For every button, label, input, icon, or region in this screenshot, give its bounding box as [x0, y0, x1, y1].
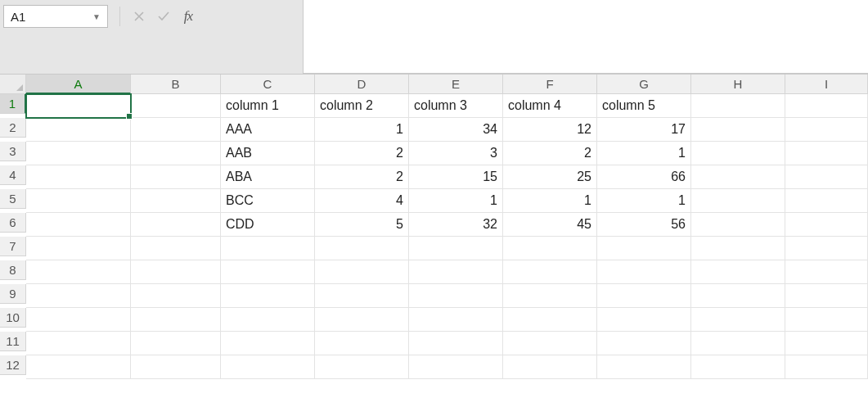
cell-B1[interactable]: [131, 94, 221, 118]
cell-H10[interactable]: [691, 308, 785, 332]
row-header-7[interactable]: 7: [0, 237, 26, 256]
row-header-9[interactable]: 9: [0, 284, 26, 304]
cell-A3[interactable]: [26, 142, 131, 165]
cell-B3[interactable]: [131, 142, 221, 165]
cell-F8[interactable]: [503, 260, 597, 284]
cell-E5[interactable]: 1: [409, 189, 503, 213]
cell-F10[interactable]: [503, 308, 597, 332]
cell-B2[interactable]: [131, 118, 221, 142]
column-header-B[interactable]: B: [131, 75, 221, 94]
cell-G10[interactable]: [597, 308, 691, 332]
cell-F1[interactable]: column 4: [503, 94, 597, 118]
cell-D4[interactable]: 2: [315, 165, 409, 189]
cell-I12[interactable]: [785, 355, 868, 379]
row-header-1[interactable]: 1: [0, 94, 26, 114]
cell-D5[interactable]: 4: [315, 189, 409, 213]
cell-E10[interactable]: [409, 308, 503, 332]
cell-A10[interactable]: [26, 308, 131, 332]
cell-F5[interactable]: 1: [503, 189, 597, 213]
cell-G5[interactable]: 1: [597, 189, 691, 213]
cell-I7[interactable]: [785, 237, 868, 260]
cell-B8[interactable]: [131, 260, 221, 284]
cell-D10[interactable]: [315, 308, 409, 332]
column-header-C[interactable]: C: [221, 75, 315, 94]
cell-D6[interactable]: 5: [315, 213, 409, 237]
spreadsheet-grid[interactable]: ABCDEFGHI1column 1column 2column 3column…: [0, 75, 868, 379]
row-header-12[interactable]: 12: [0, 355, 26, 375]
formula-input[interactable]: [303, 0, 868, 74]
column-header-D[interactable]: D: [315, 75, 409, 94]
cell-B12[interactable]: [131, 355, 221, 379]
cell-C1[interactable]: column 1: [221, 94, 315, 118]
cell-E1[interactable]: column 3: [409, 94, 503, 118]
cell-D3[interactable]: 2: [315, 142, 409, 165]
cell-B6[interactable]: [131, 213, 221, 237]
cell-I9[interactable]: [785, 284, 868, 308]
fx-icon[interactable]: fx: [176, 5, 200, 28]
row-header-10[interactable]: 10: [0, 308, 26, 328]
cell-C7[interactable]: [221, 237, 315, 260]
cell-I5[interactable]: [785, 189, 868, 213]
cell-H8[interactable]: [691, 260, 785, 284]
cell-H5[interactable]: [691, 189, 785, 213]
cell-H9[interactable]: [691, 284, 785, 308]
row-header-8[interactable]: 8: [0, 260, 26, 280]
cell-G2[interactable]: 17: [597, 118, 691, 142]
cell-F4[interactable]: 25: [503, 165, 597, 189]
cell-I4[interactable]: [785, 165, 868, 189]
column-header-H[interactable]: H: [691, 75, 785, 94]
cell-C11[interactable]: [221, 332, 315, 355]
cell-E12[interactable]: [409, 355, 503, 379]
column-header-I[interactable]: I: [785, 75, 868, 94]
cell-D11[interactable]: [315, 332, 409, 355]
cell-G9[interactable]: [597, 284, 691, 308]
cell-H2[interactable]: [691, 118, 785, 142]
cell-A7[interactable]: [26, 237, 131, 260]
cell-B11[interactable]: [131, 332, 221, 355]
cell-A12[interactable]: [26, 355, 131, 379]
cell-B9[interactable]: [131, 284, 221, 308]
cell-C12[interactable]: [221, 355, 315, 379]
cell-E6[interactable]: 32: [409, 213, 503, 237]
cell-A4[interactable]: [26, 165, 131, 189]
cell-D2[interactable]: 1: [315, 118, 409, 142]
cell-G7[interactable]: [597, 237, 691, 260]
cell-A6[interactable]: [26, 213, 131, 237]
cell-D7[interactable]: [315, 237, 409, 260]
cell-G3[interactable]: 1: [597, 142, 691, 165]
column-header-A[interactable]: A: [26, 75, 131, 94]
row-header-5[interactable]: 5: [0, 189, 26, 209]
cell-E7[interactable]: [409, 237, 503, 260]
cell-I6[interactable]: [785, 213, 868, 237]
cell-F6[interactable]: 45: [503, 213, 597, 237]
column-header-G[interactable]: G: [597, 75, 691, 94]
cell-A1[interactable]: [26, 94, 131, 118]
cell-I1[interactable]: [785, 94, 868, 118]
cell-A2[interactable]: [26, 118, 131, 142]
cell-A9[interactable]: [26, 284, 131, 308]
cell-I11[interactable]: [785, 332, 868, 355]
cell-B5[interactable]: [131, 189, 221, 213]
cell-E3[interactable]: 3: [409, 142, 503, 165]
cell-H7[interactable]: [691, 237, 785, 260]
row-header-2[interactable]: 2: [0, 118, 26, 138]
cell-C8[interactable]: [221, 260, 315, 284]
cell-H11[interactable]: [691, 332, 785, 355]
column-header-F[interactable]: F: [503, 75, 597, 94]
cell-B7[interactable]: [131, 237, 221, 260]
cell-C2[interactable]: AAA: [221, 118, 315, 142]
cell-D8[interactable]: [315, 260, 409, 284]
column-header-E[interactable]: E: [409, 75, 503, 94]
cell-G12[interactable]: [597, 355, 691, 379]
cell-C9[interactable]: [221, 284, 315, 308]
cell-E2[interactable]: 34: [409, 118, 503, 142]
cell-A5[interactable]: [26, 189, 131, 213]
cell-G11[interactable]: [597, 332, 691, 355]
cell-H3[interactable]: [691, 142, 785, 165]
cell-H1[interactable]: [691, 94, 785, 118]
cell-H6[interactable]: [691, 213, 785, 237]
cell-F7[interactable]: [503, 237, 597, 260]
cell-E8[interactable]: [409, 260, 503, 284]
cell-F9[interactable]: [503, 284, 597, 308]
cell-B10[interactable]: [131, 308, 221, 332]
